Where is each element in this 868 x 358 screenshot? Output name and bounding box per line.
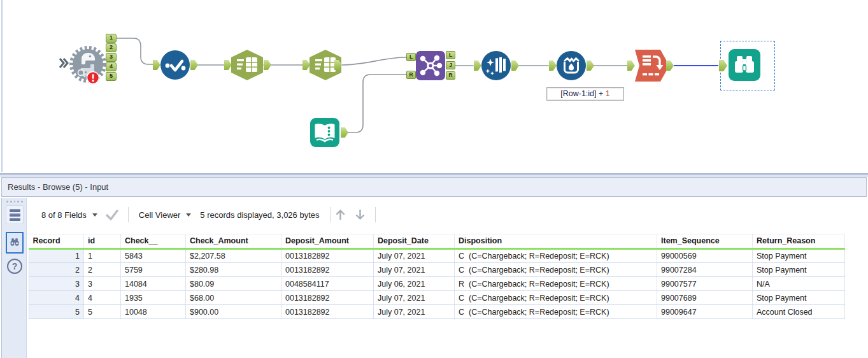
data-cell[interactable]: 5 [84, 305, 121, 319]
record-number-cell[interactable]: 5 [29, 305, 84, 319]
records-info: 5 records displayed, 3,026 bytes [200, 210, 319, 220]
table-row: 225759$280.980013182892July 07, 2021C (C… [29, 263, 845, 277]
data-cell[interactable]: 0013182892 [281, 249, 374, 263]
python-output-anchor-3[interactable]: 3 [106, 53, 117, 62]
data-cell[interactable]: $280.98 [186, 263, 281, 277]
record-number-cell[interactable]: 3 [29, 277, 84, 291]
select-tool[interactable] [160, 50, 190, 80]
data-cell[interactable]: Stop Payment [753, 249, 845, 263]
data-cell[interactable]: N/A [753, 277, 845, 291]
data-cell[interactable]: 14084 [121, 277, 186, 291]
data-cell[interactable]: 99007689 [657, 291, 753, 305]
data-cell[interactable]: 2 [84, 263, 121, 277]
data-cell[interactable]: C (C=Chargeback; R=Redeposit; E=RCK) [455, 305, 657, 319]
column-header[interactable]: id [84, 234, 121, 249]
data-cell[interactable]: R (C=Chargeback; R=Redeposit; E=RCK) [455, 277, 657, 291]
data-cell[interactable]: July 07, 2021 [374, 249, 455, 263]
data-cell[interactable]: Stop Payment [753, 291, 845, 305]
data-cell[interactable]: July 06, 2021 [374, 277, 455, 291]
python-tool-input-anchor[interactable] [59, 56, 69, 73]
join-output-anchor-left[interactable]: L [446, 51, 455, 59]
binoculars-icon [729, 49, 760, 81]
data-cell[interactable]: 0048584117 [281, 277, 374, 291]
data-cell[interactable]: 5843 [121, 249, 186, 263]
connection-textinput-join[interactable] [348, 75, 406, 132]
data-cell[interactable]: July 07, 2021 [374, 305, 455, 319]
open-book-icon [310, 118, 339, 147]
data-cell[interactable]: 99000569 [657, 249, 753, 263]
table-row: 441935$68.000013182892July 07, 2021C (C=… [29, 291, 845, 305]
connection-texttocolumns2-join[interactable] [342, 57, 406, 65]
join-network-icon [416, 51, 445, 80]
record-number-cell[interactable]: 2 [29, 263, 84, 277]
scroll-up-arrow-icon[interactable] [335, 209, 346, 220]
data-cell[interactable]: July 07, 2021 [374, 263, 455, 277]
data-cell[interactable]: $68.00 [186, 291, 281, 305]
python-tool[interactable] [68, 45, 108, 84]
multi-row-formula-tool[interactable] [557, 51, 586, 80]
join-input-anchor-right[interactable]: R [406, 71, 416, 79]
data-cell[interactable]: 0013182892 [281, 291, 374, 305]
join-output-anchor-join[interactable]: J [446, 61, 455, 69]
scroll-down-arrow-icon[interactable] [355, 209, 366, 220]
multirow-formula-annotation[interactable]: [Row-1:id] + 1 [546, 87, 624, 101]
column-header[interactable]: Check_Amount [186, 234, 281, 249]
python-output-anchor-1[interactable]: 1 [106, 34, 117, 43]
record-number-cell[interactable]: 1 [29, 249, 84, 263]
fields-dropdown[interactable]: 8 of 8 Fields [41, 210, 97, 220]
column-header[interactable]: Deposit_Date [374, 234, 455, 249]
metadata-view-button[interactable] [6, 205, 24, 224]
column-header[interactable]: Item_Sequence [657, 234, 753, 249]
data-cell[interactable]: 1935 [121, 291, 186, 305]
cell-viewer-dropdown[interactable]: Cell Viewer [139, 210, 192, 220]
column-header[interactable]: Return_Reason [753, 234, 845, 249]
record-number-cell[interactable]: 4 [29, 291, 84, 305]
data-cell[interactable]: 5759 [121, 263, 186, 277]
data-cell[interactable]: 0013182892 [281, 305, 374, 319]
column-header[interactable]: Deposit_Amount [281, 234, 374, 249]
python-output-anchor-5[interactable]: 5 [106, 72, 117, 81]
panel-grip-handle[interactable] [6, 201, 23, 203]
chevron-down-icon [92, 213, 97, 217]
data-cell[interactable]: 0013182892 [281, 263, 374, 277]
column-header[interactable]: Record [29, 234, 84, 249]
data-cell[interactable]: $80.09 [186, 277, 281, 291]
data-cell[interactable]: 4 [84, 291, 121, 305]
data-cell[interactable]: $900.00 [186, 305, 281, 319]
data-cell[interactable]: C (C=Chargeback; R=Redeposit; E=RCK) [455, 263, 657, 277]
text-input-tool[interactable] [310, 118, 339, 147]
join-input-anchor-left[interactable]: L [406, 53, 416, 61]
data-cell[interactable]: 99007284 [657, 263, 753, 277]
workflow-canvas[interactable]: 1 2 3 4 5 [0, 0, 868, 173]
table-row: 3314084$80.090048584117July 06, 2021R (C… [29, 277, 845, 291]
data-cell[interactable]: C (C=Chargeback; R=Redeposit; E=RCK) [455, 291, 657, 305]
data-cell[interactable]: 99007577 [657, 277, 753, 291]
browse-view-button-selected[interactable] [6, 232, 24, 254]
data-cell[interactable]: 3 [84, 277, 121, 291]
data-cell[interactable]: C (C=Chargeback; R=Redeposit; E=RCK) [455, 249, 657, 263]
join-tool[interactable] [416, 51, 445, 80]
join-output-anchor-right[interactable]: R [446, 71, 455, 80]
data-cell[interactable]: July 07, 2021 [374, 291, 455, 305]
data-cell[interactable]: Account Closed [753, 305, 845, 319]
results-toolbar: 8 of 8 Fields Cell Viewer 5 records disp… [27, 198, 868, 231]
data-cell[interactable]: 10048 [121, 305, 186, 319]
select-check-icon [160, 50, 190, 80]
data-cell[interactable]: 1 [84, 249, 121, 263]
data-cell[interactable]: Stop Payment [753, 263, 845, 277]
column-header[interactable]: Disposition [455, 234, 657, 249]
toolbar-separator [128, 207, 129, 222]
browse-tool[interactable] [729, 49, 760, 81]
column-header[interactable]: Check__ [121, 234, 186, 249]
python-output-anchor-2[interactable]: 2 [106, 43, 117, 52]
data-cell[interactable]: $2,207.58 [186, 249, 281, 263]
results-panel-header[interactable]: Results - Browse (5) - Input [1, 177, 867, 197]
results-side-strip [2, 198, 27, 358]
apply-check-icon[interactable] [105, 209, 119, 220]
python-icon [68, 45, 108, 84]
data-cleansing-tool[interactable] [481, 51, 511, 80]
data-cell[interactable]: 99009647 [657, 305, 753, 319]
python-output-anchor-4[interactable]: 4 [106, 62, 117, 71]
connection-python-select[interactable] [117, 38, 155, 64]
help-button[interactable] [6, 257, 24, 276]
